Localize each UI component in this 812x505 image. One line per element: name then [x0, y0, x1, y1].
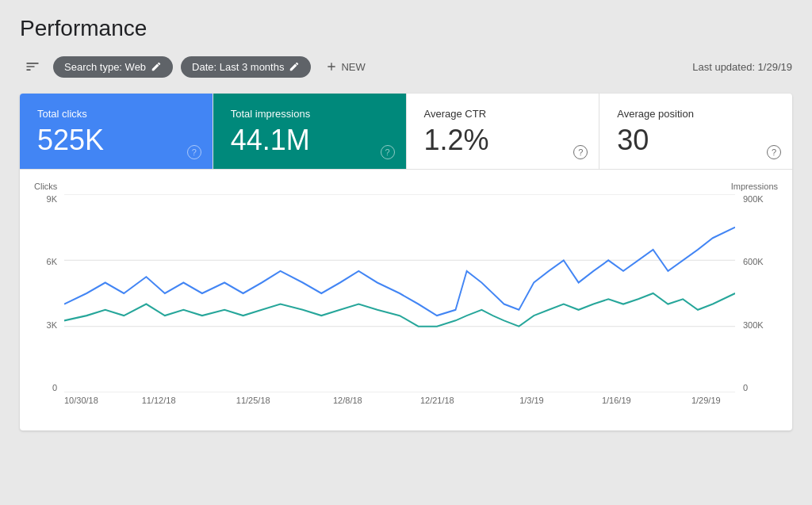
- metric-value-clicks: 525K: [37, 126, 195, 155]
- chart-wrapper: 9K 6K 3K 0 900K 600K 300K 0: [34, 194, 778, 416]
- y-right-900k: 900K: [743, 194, 764, 204]
- new-button[interactable]: NEW: [319, 55, 371, 78]
- metric-label-impressions: Total impressions: [231, 108, 389, 120]
- x-label-1: 11/12/18: [142, 396, 176, 405]
- x-axis: 10/30/18 11/12/18 11/25/18 12/8/18 12/21…: [64, 396, 735, 416]
- help-icon-impressions[interactable]: ?: [381, 145, 395, 159]
- x-label-0: 10/30/18: [64, 396, 98, 405]
- y-axis-left: 9K 6K 3K 0: [34, 194, 62, 392]
- y-right-0: 0: [743, 383, 748, 392]
- y-right-600k: 600K: [743, 257, 764, 266]
- last-updated: Last updated: 1/29/19: [692, 61, 792, 73]
- metric-label-position: Average position: [617, 108, 775, 120]
- x-label-3: 12/8/18: [333, 396, 362, 405]
- chart-svg: [64, 194, 735, 392]
- plus-icon: [325, 60, 338, 73]
- metric-tile-avg-position[interactable]: Average position 30 ?: [599, 94, 792, 169]
- metric-tile-total-clicks[interactable]: Total clicks 525K ?: [20, 94, 213, 169]
- filter-button[interactable]: [20, 55, 45, 78]
- x-label-2: 11/25/18: [236, 396, 270, 405]
- y-left-3k: 3K: [47, 320, 57, 330]
- help-icon-position[interactable]: ?: [767, 145, 781, 159]
- metric-value-impressions: 44.1M: [231, 126, 389, 155]
- metric-label-ctr: Average CTR: [424, 108, 582, 120]
- y-left-6k: 6K: [47, 257, 57, 266]
- x-label-7: 1/29/19: [691, 396, 721, 405]
- x-label-5: 1/3/19: [519, 396, 544, 405]
- metric-value-position: 30: [617, 126, 775, 155]
- search-type-chip[interactable]: Search type: Web: [53, 56, 173, 78]
- metrics-row: Total clicks 525K ? Total impressions 44…: [20, 94, 792, 170]
- help-icon-clicks[interactable]: ?: [187, 145, 201, 159]
- x-label-4: 12/21/18: [420, 396, 454, 405]
- edit-date-icon: [289, 61, 300, 72]
- date-chip[interactable]: Date: Last 3 months: [181, 56, 311, 78]
- page-title: Performance: [20, 16, 792, 41]
- left-axis-label: Clicks: [34, 182, 57, 191]
- metric-value-ctr: 1.2%: [424, 126, 582, 155]
- y-right-300k: 300K: [743, 320, 764, 330]
- right-axis-label: Impressions: [731, 182, 778, 191]
- chart-axis-labels: Clicks Impressions: [34, 182, 778, 191]
- page-container: Performance Search type: Web Date: Last …: [0, 0, 812, 446]
- toolbar: Search type: Web Date: Last 3 months NEW…: [20, 55, 792, 78]
- edit-icon: [151, 61, 162, 72]
- filter-icon: [25, 59, 40, 75]
- chart-svg-container: [64, 194, 735, 392]
- metric-label-clicks: Total clicks: [37, 108, 195, 120]
- help-icon-ctr[interactable]: ?: [573, 145, 588, 159]
- y-left-9k: 9K: [47, 194, 57, 204]
- y-axis-right: 900K 600K 300K 0: [738, 194, 778, 392]
- metric-tile-avg-ctr[interactable]: Average CTR 1.2% ?: [407, 94, 600, 169]
- main-card: Total clicks 525K ? Total impressions 44…: [20, 94, 792, 430]
- chart-area: Clicks Impressions 9K 6K 3K 0 900K 600K …: [20, 170, 792, 430]
- y-left-0: 0: [52, 383, 57, 392]
- metric-tile-total-impressions[interactable]: Total impressions 44.1M ?: [213, 94, 407, 169]
- x-label-6: 1/16/19: [602, 396, 631, 405]
